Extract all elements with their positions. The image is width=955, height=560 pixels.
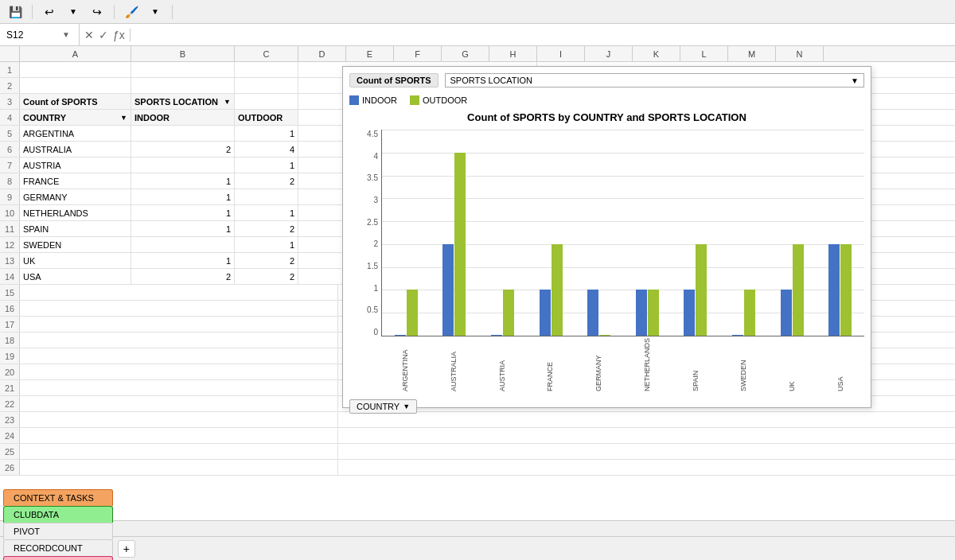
cell-outdoor[interactable]: 2 [235,253,298,268]
sports-location-dropdown-icon[interactable]: ▼ [224,98,231,106]
filter-button[interactable]: COUNTRY ▼ [349,399,417,414]
col-header-d[interactable]: D [298,46,346,61]
cell-a3[interactable]: Count of SPORTS [20,94,131,109]
col-header-n[interactable]: N [776,46,824,61]
cell-outdoor[interactable]: 1 [235,237,298,252]
cell-reference-box[interactable]: ▼ [0,24,80,45]
cell-b1[interactable] [131,62,235,77]
confirm-formula-button[interactable]: ✓ [99,29,108,41]
outdoor-bar[interactable] [840,244,852,336]
cell-indoor[interactable] [131,126,235,141]
col-header-c[interactable]: C [235,46,298,61]
col-header-l[interactable]: L [680,46,728,61]
cell-country[interactable]: ARGENTINA [20,126,131,141]
indoor-bar[interactable] [395,335,406,336]
redo-button[interactable]: ↪ [88,3,106,21]
cell-country[interactable]: AUSTRALIA [20,142,131,157]
cell-outdoor[interactable]: 2 [235,221,298,236]
cell-c3[interactable] [235,94,298,109]
insert-function-button[interactable]: ƒx [113,29,125,41]
outdoor-bar[interactable] [552,244,563,336]
cell-outdoor[interactable]: 1 [235,205,298,220]
col-header-h[interactable]: H [489,46,537,61]
cancel-formula-button[interactable]: ✕ [84,29,94,41]
sheet-tab[interactable]: CLUBDATA [3,506,113,523]
cell-outdoor[interactable]: 2 [235,173,298,189]
cell-empty[interactable] [20,444,338,459]
cell-empty[interactable] [20,428,338,443]
outdoor-bar[interactable] [648,290,659,336]
indoor-bar[interactable] [540,290,551,336]
cell-outdoor[interactable]: 1 [235,158,298,173]
outdoor-bar[interactable] [599,335,610,336]
cell-empty[interactable] [20,285,338,300]
cell-c4[interactable]: OUTDOOR [235,110,298,125]
cell-empty[interactable] [20,460,338,475]
cell-country[interactable]: FRANCE [20,173,131,189]
cell-b2[interactable] [131,78,235,93]
cell-empty[interactable] [20,396,338,411]
cell-outdoor[interactable]: 1 [235,126,298,141]
col-header-j[interactable]: J [585,46,633,61]
cell-b4[interactable]: INDOOR [131,110,235,125]
outdoor-bar[interactable] [407,290,418,336]
indoor-bar[interactable] [684,290,695,336]
cell-a1[interactable] [20,62,131,77]
cell-c2[interactable] [235,78,298,93]
paint-button[interactable]: 🖌️ [123,3,140,21]
cell-country[interactable]: SWEDEN [20,237,131,252]
cell-indoor[interactable]: 1 [131,189,235,204]
undo-button[interactable]: ↩ [41,3,58,21]
indoor-bar[interactable] [491,335,502,336]
undo-dropdown[interactable]: ▼ [64,3,82,21]
outdoor-bar[interactable] [696,244,707,336]
cell-indoor[interactable] [131,158,235,173]
outdoor-bar[interactable] [454,153,466,336]
col-header-a[interactable]: A [20,46,131,61]
indoor-bar[interactable] [781,290,792,336]
cell-empty[interactable] [20,348,338,364]
col-header-f[interactable]: F [394,46,442,61]
outdoor-bar[interactable] [744,290,755,336]
indoor-bar[interactable] [636,290,647,336]
cell-country[interactable]: USA [20,269,131,284]
cell-country[interactable]: SPAIN [20,221,131,236]
indoor-bar[interactable] [732,335,743,336]
cell-empty[interactable] [20,332,338,348]
col-header-i[interactable]: I [537,46,585,61]
indoor-bar[interactable] [828,244,840,336]
cell-empty[interactable] [20,380,338,395]
cell-indoor[interactable]: 1 [131,205,235,220]
paint-dropdown[interactable]: ▼ [146,3,164,21]
cell-b3[interactable]: SPORTS LOCATION ▼ [131,94,235,109]
sheet-tab[interactable]: CONTEXT & TASKS [3,489,113,506]
cell-indoor[interactable]: 1 [131,221,235,236]
cell-indoor[interactable] [131,237,235,252]
cell-empty[interactable] [20,412,338,427]
col-header-g[interactable]: G [442,46,489,61]
col-header-b[interactable]: B [131,46,235,61]
cell-outdoor[interactable] [235,189,298,204]
cell-country[interactable]: NETHERLANDS [20,205,131,220]
indoor-bar[interactable] [587,290,598,336]
cell-outdoor[interactable]: 4 [235,142,298,157]
cell-c1[interactable] [235,62,298,77]
sheet-tab[interactable]: PIVOT [3,523,113,536]
col-header-k[interactable]: K [633,46,680,61]
formula-input[interactable] [131,29,955,41]
cell-a2[interactable] [20,78,131,93]
cell-a4[interactable]: COUNTRY ▼ [20,110,131,125]
cell-indoor[interactable]: 2 [131,269,235,284]
indoor-bar[interactable] [442,244,454,336]
cell-country[interactable]: AUSTRIA [20,158,131,173]
chart-dropdown[interactable]: SPORTS LOCATION ▼ [445,73,865,88]
cell-country[interactable]: GERMANY [20,189,131,204]
outdoor-bar[interactable] [503,290,514,336]
cell-empty[interactable] [20,364,338,379]
cell-ref-input[interactable] [6,29,62,41]
col-header-e[interactable]: E [346,46,394,61]
cell-indoor[interactable]: 1 [131,253,235,268]
cell-empty[interactable] [20,317,338,332]
cell-empty[interactable] [20,301,338,316]
cell-ref-dropdown[interactable]: ▼ [62,30,70,39]
